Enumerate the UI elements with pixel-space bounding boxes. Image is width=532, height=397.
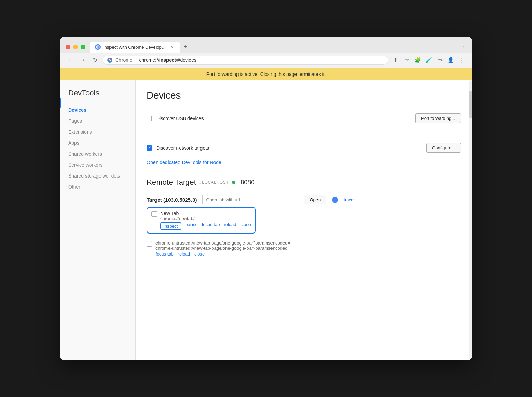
- remote-target-host: #LOCALHOST: [199, 180, 229, 185]
- focus-tab-link-1[interactable]: focus tab: [202, 222, 220, 230]
- network-checkbox[interactable]: [147, 145, 152, 151]
- devtools-node-link[interactable]: Open dedicated DevTools for Node: [147, 160, 461, 165]
- open-tab-button[interactable]: Open: [304, 195, 326, 204]
- title-bar: Inspect with Chrome Develop… ✕ + ˅: [60, 37, 472, 53]
- configure-button[interactable]: Configure...: [426, 143, 461, 153]
- experiment-button[interactable]: 🧪: [424, 55, 433, 65]
- info-icon[interactable]: i: [332, 197, 338, 203]
- browser-window: Inspect with Chrome Develop… ✕ + ˅ ← → ↻…: [60, 37, 472, 360]
- tab-item-checkbox-1[interactable]: [151, 211, 157, 217]
- close-button[interactable]: [66, 45, 70, 49]
- divider-2: [147, 171, 461, 171]
- address-site: Chrome: [115, 57, 132, 63]
- page-title: Devices: [147, 90, 461, 101]
- bookmark-button[interactable]: ☆: [402, 55, 412, 65]
- main-content: DevTools Devices Pages Extensions Apps S…: [60, 80, 472, 360]
- focus-tab-link-2[interactable]: focus tab: [155, 251, 174, 257]
- active-tab[interactable]: Inspect with Chrome Develop… ✕: [90, 42, 180, 53]
- sidebar-item-pages[interactable]: Pages: [60, 115, 135, 126]
- usb-checkbox[interactable]: [147, 116, 152, 121]
- remote-target-header: Remote Target #LOCALHOST :8080: [147, 178, 461, 187]
- tab-item-url-1: chrome://newtab/: [160, 216, 251, 221]
- network-label: Discover network targets: [156, 145, 209, 151]
- tab-bar: Inspect with Chrome Develop… ✕ + ˅: [90, 41, 466, 53]
- remote-target-port: :8080: [239, 179, 254, 186]
- tab-item-2: chrome-untrusted://new-tab-page/one-goog…: [147, 236, 461, 261]
- sidebar-active-indicator: [60, 98, 61, 108]
- reload-link-1[interactable]: reload: [224, 222, 236, 230]
- minimize-button[interactable]: [73, 45, 78, 49]
- scrollbar-thumb[interactable]: [469, 91, 472, 118]
- inspect-link-1[interactable]: inspect: [164, 224, 178, 229]
- tab-item-url-2: chrome-untrusted://new-tab-page/one-goog…: [155, 240, 461, 246]
- tab-item-url2-2: chrome-untrusted://new-tab-page/one-goog…: [155, 246, 461, 251]
- target-name: Target (103.0.5025.0): [147, 197, 197, 203]
- tab-favicon: [95, 44, 101, 50]
- tab-item-wrapper-1: New Tab chrome://newtab/ inspect pause f…: [147, 207, 461, 236]
- tab-item-actions-2: focus tab reload close: [155, 251, 461, 257]
- target-header: Target (103.0.5025.0) Open i trace: [147, 192, 461, 207]
- tab-item-content-2: chrome-untrusted://new-tab-page/one-goog…: [155, 240, 461, 257]
- traffic-lights: [66, 45, 85, 49]
- tab-item-actions-1: inspect pause focus tab reload close: [160, 222, 251, 230]
- sidebar: DevTools Devices Pages Extensions Apps S…: [60, 80, 136, 360]
- share-button[interactable]: ⬆: [391, 55, 401, 65]
- usb-label: Discover USB devices: [156, 116, 204, 121]
- toolbar-actions: ⬆ ☆ 🧩 🧪 ▭ 👤 ⋮: [391, 55, 466, 65]
- address-separator: |: [135, 57, 137, 63]
- more-button[interactable]: ⋮: [457, 55, 466, 65]
- profile-button[interactable]: 👤: [446, 55, 455, 65]
- tab-close-button[interactable]: ✕: [169, 44, 174, 50]
- reload-link-2[interactable]: reload: [178, 251, 190, 257]
- usb-option-left: Discover USB devices: [147, 116, 204, 121]
- sidebar-item-service-workers[interactable]: Service workers: [60, 159, 135, 170]
- sidebar-item-shared-storage[interactable]: Shared storage worklets: [60, 170, 135, 181]
- pause-link-1[interactable]: pause: [185, 222, 197, 230]
- sidebar-item-devices[interactable]: Devices: [60, 104, 135, 115]
- close-link-1[interactable]: close: [241, 222, 251, 230]
- back-button[interactable]: ←: [66, 55, 75, 65]
- close-link-2[interactable]: close: [194, 251, 205, 257]
- tab-item-title-1: New Tab: [160, 211, 251, 216]
- status-dot-icon: [232, 181, 235, 184]
- tab-item-checkbox-2[interactable]: [147, 241, 152, 247]
- new-tab-button[interactable]: +: [181, 41, 191, 53]
- usb-option-row: Discover USB devices Port forwarding...: [147, 109, 461, 127]
- address-bar[interactable]: Chrome | chrome://inspect/#devices: [103, 56, 388, 65]
- network-option-left: Discover network targets: [147, 145, 209, 151]
- sidebar-item-shared-workers[interactable]: Shared workers: [60, 148, 135, 159]
- extensions-button[interactable]: 🧩: [413, 55, 423, 65]
- toolbar: ← → ↻ Chrome | chrome://inspect/#devices…: [60, 53, 472, 68]
- remote-target-title: Remote Target: [147, 178, 196, 187]
- network-option-row: Discover network targets Configure...: [147, 139, 461, 157]
- notification-text: Port forwarding is active. Closing this …: [206, 71, 326, 77]
- sidebar-item-apps[interactable]: Apps: [60, 137, 135, 148]
- chrome-icon: [107, 57, 113, 63]
- sidebar-toggle-button[interactable]: ▭: [435, 55, 444, 65]
- page-content: Devices Discover USB devices Port forwar…: [136, 80, 472, 360]
- open-tab-input[interactable]: [202, 195, 298, 204]
- scrollbar-track: [469, 80, 472, 360]
- divider-1: [147, 133, 461, 133]
- tab-title: Inspect with Chrome Develop…: [103, 45, 166, 50]
- refresh-button[interactable]: ↻: [90, 55, 100, 65]
- sidebar-item-other[interactable]: Other: [60, 181, 135, 192]
- notification-bar: Port forwarding is active. Closing this …: [60, 68, 472, 80]
- tab-chevron-icon[interactable]: ˅: [460, 43, 466, 53]
- tab-item-content-1: New Tab chrome://newtab/ inspect pause f…: [160, 211, 251, 230]
- sidebar-item-extensions[interactable]: Extensions: [60, 126, 135, 137]
- maximize-button[interactable]: [81, 45, 85, 49]
- sidebar-title: DevTools: [60, 89, 135, 104]
- port-forwarding-button[interactable]: Port forwarding...: [415, 113, 461, 123]
- trace-link[interactable]: trace: [344, 197, 354, 202]
- forward-button[interactable]: →: [78, 55, 88, 65]
- address-url: chrome://inspect/#devices: [139, 57, 384, 63]
